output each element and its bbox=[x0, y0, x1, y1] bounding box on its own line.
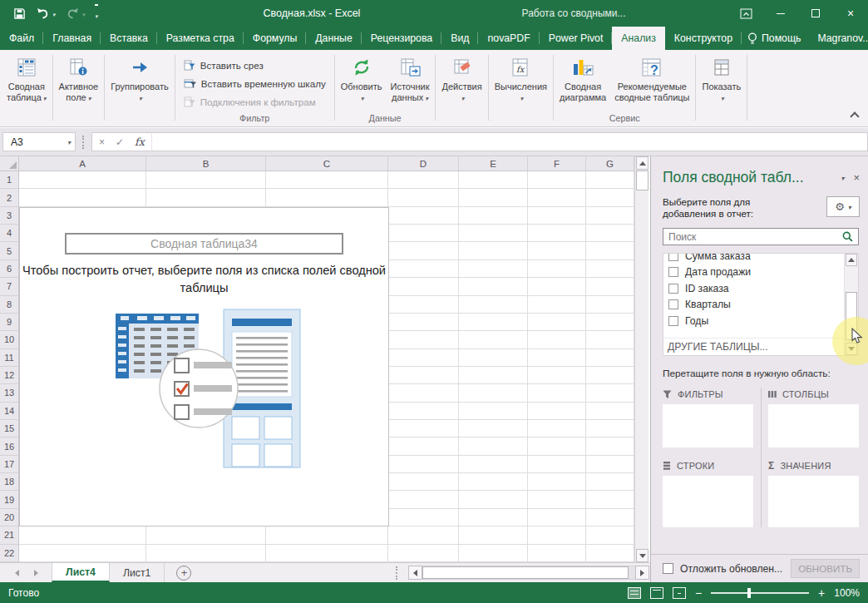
column-header[interactable]: C bbox=[266, 156, 388, 171]
filter-connections-button[interactable]: Подключения к фильтрам bbox=[184, 94, 326, 109]
maximize-button[interactable] bbox=[798, 0, 833, 27]
next-sheet-icon[interactable] bbox=[34, 570, 38, 576]
actions-button[interactable]: Действия bbox=[437, 52, 486, 126]
ribbon-tab[interactable]: Разметка стра bbox=[157, 27, 244, 50]
calculations-button[interactable]: fx Вычисления bbox=[491, 52, 551, 126]
row-header[interactable]: 6 bbox=[0, 260, 19, 278]
cancel-icon[interactable]: × bbox=[99, 136, 105, 148]
scroll-left-icon[interactable] bbox=[408, 566, 422, 580]
rows-dropzone[interactable] bbox=[663, 476, 753, 527]
ribbon-tab[interactable]: Конструктор bbox=[665, 27, 742, 50]
ribbon-tab[interactable]: novaPDF bbox=[478, 27, 539, 50]
row-header[interactable]: 16 bbox=[0, 437, 19, 455]
field-checkbox[interactable] bbox=[668, 299, 678, 309]
insert-function-icon[interactable]: fx bbox=[135, 136, 145, 148]
pivot-table-button[interactable]: Своднаятаблица bbox=[2, 52, 51, 126]
show-button[interactable]: Показать bbox=[698, 52, 745, 126]
help-tab[interactable]: Помощь bbox=[742, 32, 807, 45]
page-layout-view-icon[interactable] bbox=[650, 587, 663, 599]
insert-timeline-button[interactable]: Вставить временную шкалу bbox=[184, 76, 326, 91]
data-source-button[interactable]: Источникданных bbox=[387, 52, 434, 113]
account-name[interactable]: Magranov... bbox=[811, 32, 868, 44]
field-checkbox[interactable] bbox=[668, 267, 678, 277]
scroll-down-icon[interactable] bbox=[636, 549, 649, 562]
page-break-view-icon[interactable] bbox=[673, 587, 686, 599]
column-header[interactable]: G bbox=[586, 156, 634, 171]
ribbon-tab[interactable]: Вставка bbox=[101, 27, 157, 50]
sheet-tab-list1[interactable]: Лист1 bbox=[110, 563, 165, 582]
zoom-level[interactable]: 100% bbox=[834, 587, 860, 599]
row-header[interactable]: 14 bbox=[0, 403, 19, 420]
close-button[interactable]: × bbox=[833, 0, 868, 27]
zoom-out-icon[interactable]: − bbox=[695, 587, 702, 599]
row-header[interactable]: 20 bbox=[0, 509, 19, 526]
ribbon-tab[interactable]: Файл bbox=[0, 27, 43, 50]
qat-customize-icon[interactable] bbox=[95, 4, 98, 22]
scroll-up-icon[interactable] bbox=[636, 156, 649, 170]
row-header[interactable]: 11 bbox=[0, 349, 19, 367]
list-scroll-up-icon[interactable] bbox=[846, 254, 857, 266]
row-header[interactable]: 7 bbox=[0, 278, 19, 295]
tools-gear-button[interactable]: ⚙ bbox=[826, 196, 860, 217]
pivot-chart-button[interactable]: Своднаядиаграмма bbox=[555, 52, 610, 113]
row-header[interactable]: 9 bbox=[0, 314, 19, 331]
column-header[interactable]: B bbox=[146, 156, 266, 171]
row-header[interactable]: 4 bbox=[0, 225, 19, 242]
minimize-button[interactable] bbox=[763, 0, 798, 27]
defer-update-checkbox[interactable] bbox=[663, 563, 673, 574]
horizontal-scroll-thumb[interactable] bbox=[422, 566, 629, 579]
row-header[interactable]: 5 bbox=[0, 242, 19, 259]
row-header[interactable]: 10 bbox=[0, 331, 19, 348]
save-icon[interactable] bbox=[13, 7, 26, 20]
collapse-ribbon-icon[interactable] bbox=[850, 111, 859, 121]
row-header[interactable]: 17 bbox=[0, 456, 19, 473]
redo-icon[interactable] bbox=[66, 6, 86, 21]
pane-options-icon[interactable] bbox=[841, 171, 844, 184]
columns-area[interactable]: СТОЛБЦЫ bbox=[768, 388, 859, 447]
cells-area[interactable]: Сводная таблица34 Чтобы построить отчет,… bbox=[19, 171, 634, 562]
filters-dropzone[interactable] bbox=[663, 404, 753, 447]
scroll-right-icon[interactable] bbox=[635, 566, 649, 580]
formula-bar-splitter[interactable] bbox=[82, 136, 85, 149]
field-item[interactable]: Дата продажи bbox=[663, 264, 844, 281]
row-header[interactable]: 19 bbox=[0, 491, 19, 508]
row-header[interactable]: 1 bbox=[0, 171, 19, 189]
refresh-button[interactable]: Обновить bbox=[337, 52, 387, 113]
field-checkbox[interactable] bbox=[668, 284, 678, 294]
ribbon-tab[interactable]: Главная bbox=[43, 27, 101, 50]
zoom-slider[interactable] bbox=[711, 592, 809, 594]
add-sheet-icon[interactable]: + bbox=[176, 566, 191, 581]
field-checkbox[interactable] bbox=[668, 253, 678, 261]
column-header[interactable]: D bbox=[388, 156, 459, 171]
values-area[interactable]: ΣЗНАЧЕНИЯ bbox=[768, 459, 859, 527]
row-header[interactable]: 3 bbox=[0, 207, 19, 225]
columns-dropzone[interactable] bbox=[768, 404, 859, 447]
grid-vertical-scrollbar[interactable] bbox=[634, 156, 649, 562]
field-item[interactable]: Кварталы bbox=[663, 297, 844, 314]
pane-close-icon[interactable]: × bbox=[853, 171, 860, 184]
column-header[interactable]: A bbox=[19, 156, 146, 171]
row-header[interactable]: 18 bbox=[0, 473, 19, 491]
select-all-corner[interactable] bbox=[0, 156, 19, 171]
row-header[interactable]: 2 bbox=[0, 189, 19, 206]
field-item[interactable]: Сумма заказа bbox=[663, 253, 844, 264]
sheet-tab-list4[interactable]: Лист4 bbox=[52, 563, 110, 582]
active-field-button[interactable]: Активноеполе bbox=[55, 52, 103, 126]
ribbon-tab[interactable]: Power Pivot bbox=[540, 27, 613, 50]
filters-area[interactable]: ФИЛЬТРЫ bbox=[663, 388, 753, 447]
formula-input[interactable] bbox=[151, 132, 868, 151]
ribbon-tab[interactable]: Анализ bbox=[612, 27, 665, 50]
prev-sheet-icon[interactable] bbox=[15, 570, 19, 576]
other-tables-link[interactable]: ДРУГИЕ ТАБЛИЦЫ... bbox=[663, 338, 844, 355]
ribbon-display-options-icon[interactable] bbox=[728, 0, 763, 27]
row-header[interactable]: 13 bbox=[0, 384, 19, 402]
ribbon-tab[interactable]: Вид bbox=[441, 27, 478, 50]
normal-view-icon[interactable] bbox=[628, 587, 641, 599]
recommended-pivot-tables-button[interactable]: ? Рекомендуемыесводные таблицы bbox=[610, 52, 693, 113]
zoom-in-icon[interactable]: + bbox=[818, 587, 825, 599]
ribbon-tab[interactable]: Формулы bbox=[244, 27, 307, 50]
field-item[interactable]: Годы bbox=[663, 313, 844, 329]
column-header[interactable]: E bbox=[459, 156, 528, 171]
grid-horizontal-scrollbar[interactable] bbox=[422, 566, 635, 580]
row-header[interactable]: 22 bbox=[0, 545, 19, 562]
